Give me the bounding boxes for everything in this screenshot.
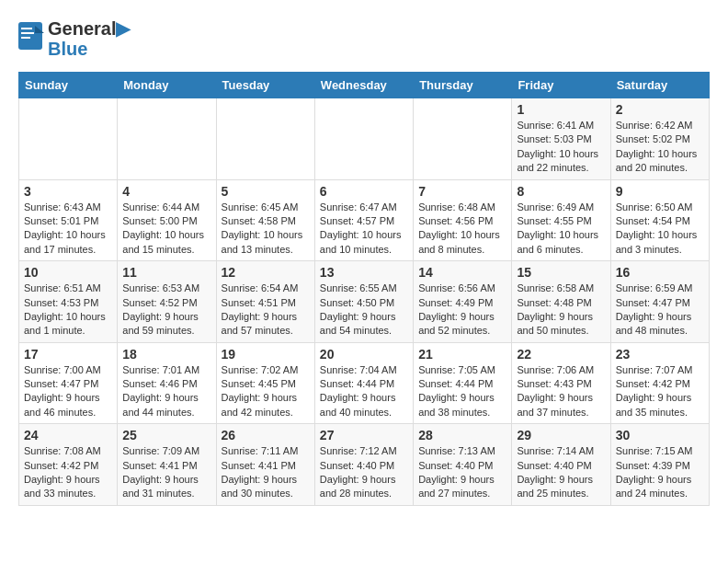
calendar-cell <box>19 98 118 180</box>
header-monday: Monday <box>118 73 216 98</box>
calendar-cell: 3Sunrise: 6:43 AM Sunset: 5:01 PM Daylig… <box>19 179 118 261</box>
calendar-cell: 8Sunrise: 6:49 AM Sunset: 4:55 PM Daylig… <box>512 179 610 261</box>
day-number: 27 <box>320 428 408 442</box>
day-number: 29 <box>517 428 605 442</box>
calendar-table: SundayMondayTuesdayWednesdayThursdayFrid… <box>18 72 710 506</box>
day-info: Sunrise: 6:42 AM Sunset: 5:02 PM Dayligh… <box>616 119 704 176</box>
day-number: 4 <box>122 184 210 199</box>
svg-rect-2 <box>21 28 32 29</box>
day-number: 5 <box>222 184 310 199</box>
day-info: Sunrise: 7:12 AM Sunset: 4:40 PM Dayligh… <box>320 444 408 501</box>
header-wednesday: Wednesday <box>314 73 413 98</box>
day-info: Sunrise: 6:48 AM Sunset: 4:56 PM Dayligh… <box>418 201 506 258</box>
day-info: Sunrise: 6:58 AM Sunset: 4:48 PM Dayligh… <box>517 282 605 339</box>
day-info: Sunrise: 6:44 AM Sunset: 5:00 PM Dayligh… <box>122 201 210 258</box>
day-number: 19 <box>222 347 310 362</box>
day-info: Sunrise: 6:47 AM Sunset: 4:57 PM Dayligh… <box>320 201 408 258</box>
day-info: Sunrise: 7:01 AM Sunset: 4:46 PM Dayligh… <box>122 363 210 420</box>
calendar-cell: 6Sunrise: 6:47 AM Sunset: 4:57 PM Daylig… <box>314 179 413 261</box>
calendar-cell: 22Sunrise: 7:06 AM Sunset: 4:43 PM Dayli… <box>512 342 610 424</box>
day-number: 16 <box>616 265 704 280</box>
calendar-cell: 21Sunrise: 7:05 AM Sunset: 4:44 PM Dayli… <box>414 342 512 424</box>
calendar-cell: 4Sunrise: 6:44 AM Sunset: 5:00 PM Daylig… <box>118 179 216 261</box>
calendar-cell: 18Sunrise: 7:01 AM Sunset: 4:46 PM Dayli… <box>118 342 216 424</box>
day-number: 9 <box>616 184 704 199</box>
header-friday: Friday <box>512 73 610 98</box>
header-sunday: Sunday <box>19 73 118 98</box>
calendar-cell: 1Sunrise: 6:41 AM Sunset: 5:03 PM Daylig… <box>512 98 610 180</box>
calendar-cell <box>414 98 512 180</box>
calendar-cell: 25Sunrise: 7:09 AM Sunset: 4:41 PM Dayli… <box>118 424 216 506</box>
day-number: 20 <box>320 347 408 362</box>
day-number: 18 <box>122 347 210 362</box>
day-info: Sunrise: 6:50 AM Sunset: 4:54 PM Dayligh… <box>616 201 704 258</box>
calendar-cell: 5Sunrise: 6:45 AM Sunset: 4:58 PM Daylig… <box>216 179 314 261</box>
calendar-cell: 20Sunrise: 7:04 AM Sunset: 4:44 PM Dayli… <box>314 342 413 424</box>
day-number: 12 <box>222 265 310 280</box>
day-number: 14 <box>418 265 506 280</box>
day-number: 26 <box>222 428 310 442</box>
day-info: Sunrise: 7:06 AM Sunset: 4:43 PM Dayligh… <box>517 363 605 420</box>
day-info: Sunrise: 6:56 AM Sunset: 4:49 PM Dayligh… <box>418 282 506 339</box>
calendar-cell: 10Sunrise: 6:51 AM Sunset: 4:53 PM Dayli… <box>19 261 118 343</box>
week-row-3: 17Sunrise: 7:00 AM Sunset: 4:47 PM Dayli… <box>19 342 710 424</box>
day-info: Sunrise: 7:05 AM Sunset: 4:44 PM Dayligh… <box>418 363 506 420</box>
calendar-cell: 24Sunrise: 7:08 AM Sunset: 4:42 PM Dayli… <box>19 424 118 506</box>
calendar-cell: 14Sunrise: 6:56 AM Sunset: 4:49 PM Dayli… <box>414 261 512 343</box>
svg-rect-0 <box>18 22 42 50</box>
calendar-cell: 17Sunrise: 7:00 AM Sunset: 4:47 PM Dayli… <box>19 342 118 424</box>
calendar-cell: 19Sunrise: 7:02 AM Sunset: 4:45 PM Dayli… <box>216 342 314 424</box>
calendar-cell: 12Sunrise: 6:54 AM Sunset: 4:51 PM Dayli… <box>216 261 314 343</box>
calendar-cell: 2Sunrise: 6:42 AM Sunset: 5:02 PM Daylig… <box>610 98 709 180</box>
logo: General▶ Blue <box>18 18 130 59</box>
day-info: Sunrise: 6:43 AM Sunset: 5:01 PM Dayligh… <box>24 201 112 258</box>
calendar-cell <box>314 98 413 180</box>
day-info: Sunrise: 6:41 AM Sunset: 5:03 PM Dayligh… <box>517 119 605 176</box>
day-info: Sunrise: 6:59 AM Sunset: 4:47 PM Dayligh… <box>616 282 704 339</box>
day-number: 28 <box>418 428 506 442</box>
day-info: Sunrise: 7:00 AM Sunset: 4:47 PM Dayligh… <box>24 363 112 420</box>
day-info: Sunrise: 6:51 AM Sunset: 4:53 PM Dayligh… <box>24 282 112 339</box>
day-number: 8 <box>517 184 605 199</box>
logo-icon <box>18 22 44 52</box>
header-row: SundayMondayTuesdayWednesdayThursdayFrid… <box>19 73 710 98</box>
calendar-cell: 28Sunrise: 7:13 AM Sunset: 4:40 PM Dayli… <box>414 424 512 506</box>
logo-line2: Blue <box>48 39 130 59</box>
day-info: Sunrise: 7:02 AM Sunset: 4:45 PM Dayligh… <box>222 363 310 420</box>
calendar-cell: 7Sunrise: 6:48 AM Sunset: 4:56 PM Daylig… <box>414 179 512 261</box>
day-info: Sunrise: 7:09 AM Sunset: 4:41 PM Dayligh… <box>122 444 210 501</box>
day-info: Sunrise: 6:45 AM Sunset: 4:58 PM Dayligh… <box>222 201 310 258</box>
week-row-2: 10Sunrise: 6:51 AM Sunset: 4:53 PM Dayli… <box>19 261 710 343</box>
day-info: Sunrise: 7:15 AM Sunset: 4:39 PM Dayligh… <box>616 444 704 501</box>
calendar-cell: 16Sunrise: 6:59 AM Sunset: 4:47 PM Dayli… <box>610 261 709 343</box>
day-info: Sunrise: 7:04 AM Sunset: 4:44 PM Dayligh… <box>320 363 408 420</box>
day-number: 10 <box>24 265 112 280</box>
day-number: 6 <box>320 184 408 199</box>
calendar-cell: 29Sunrise: 7:14 AM Sunset: 4:40 PM Dayli… <box>512 424 610 506</box>
week-row-1: 3Sunrise: 6:43 AM Sunset: 5:01 PM Daylig… <box>19 179 710 261</box>
day-info: Sunrise: 7:11 AM Sunset: 4:41 PM Dayligh… <box>222 444 310 501</box>
day-info: Sunrise: 7:08 AM Sunset: 4:42 PM Dayligh… <box>24 444 112 501</box>
page-container: General▶ Blue SundayMondayTuesdayWednesd… <box>0 0 728 515</box>
day-number: 13 <box>320 265 408 280</box>
day-number: 15 <box>517 265 605 280</box>
day-number: 11 <box>122 265 210 280</box>
calendar-cell: 15Sunrise: 6:58 AM Sunset: 4:48 PM Dayli… <box>512 261 610 343</box>
header-tuesday: Tuesday <box>216 73 314 98</box>
calendar-cell <box>118 98 216 180</box>
day-info: Sunrise: 6:54 AM Sunset: 4:51 PM Dayligh… <box>222 282 310 339</box>
day-number: 22 <box>517 347 605 362</box>
calendar-cell: 23Sunrise: 7:07 AM Sunset: 4:42 PM Dayli… <box>610 342 709 424</box>
day-number: 17 <box>24 347 112 362</box>
day-number: 1 <box>517 102 605 117</box>
day-number: 7 <box>418 184 506 199</box>
calendar-cell: 30Sunrise: 7:15 AM Sunset: 4:39 PM Dayli… <box>610 424 709 506</box>
day-info: Sunrise: 6:53 AM Sunset: 4:52 PM Dayligh… <box>122 282 210 339</box>
header: General▶ Blue <box>18 18 710 59</box>
svg-rect-4 <box>21 37 30 39</box>
day-info: Sunrise: 7:07 AM Sunset: 4:42 PM Dayligh… <box>616 363 704 420</box>
day-number: 25 <box>122 428 210 442</box>
week-row-4: 24Sunrise: 7:08 AM Sunset: 4:42 PM Dayli… <box>19 424 710 506</box>
header-saturday: Saturday <box>610 73 709 98</box>
calendar-cell: 27Sunrise: 7:12 AM Sunset: 4:40 PM Dayli… <box>314 424 413 506</box>
